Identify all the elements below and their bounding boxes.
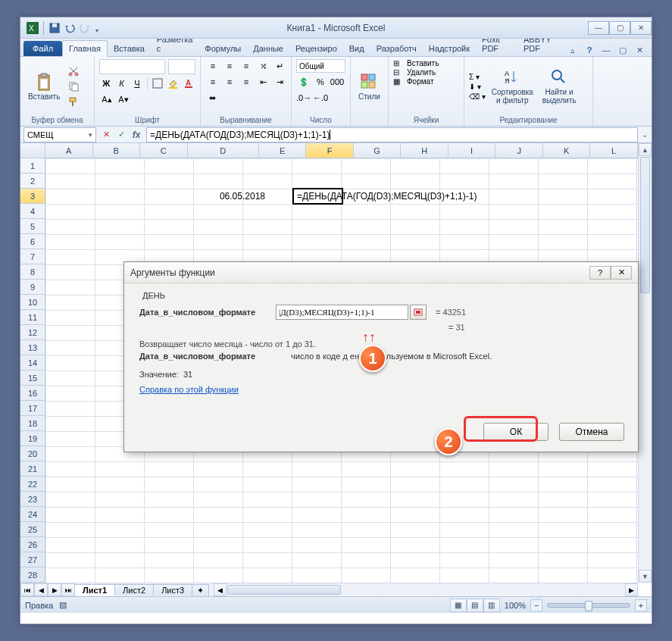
insert-function-icon[interactable]: fx [130,128,143,142]
zoom-value[interactable]: 100% [505,601,526,610]
sheet-tab-2[interactable]: Лист2 [114,584,154,596]
sheet-nav-next-icon[interactable]: ▶ [48,583,61,596]
zoom-in-icon[interactable]: + [635,599,647,611]
qat-dropdown-icon[interactable] [94,22,106,34]
function-help-link[interactable]: Справка по этой функции [139,385,239,394]
col-B[interactable]: B [93,143,141,158]
row-13[interactable]: 13 [20,340,45,355]
sheet-tab-1[interactable]: Лист1 [74,584,115,596]
namebox-dropdown-icon[interactable]: ▾ [89,131,92,139]
row-12[interactable]: 12 [20,325,45,340]
help-icon[interactable]: ? [583,44,595,56]
find-select-button[interactable]: Найти и выделить [539,67,580,106]
align-bottom-icon[interactable]: ≡ [239,59,254,73]
collapse-dialog-icon[interactable] [410,305,427,320]
horizontal-scrollbar[interactable]: ◀ ▶ [214,583,638,596]
fill-color-icon[interactable] [166,77,180,90]
insert-cells-icon[interactable]: ⊞ [393,59,405,67]
ribbon-minimize-icon[interactable]: ▵ [567,44,579,56]
tab-addins[interactable]: Надстройк [423,41,476,56]
row-2[interactable]: 2 [20,174,45,189]
row-26[interactable]: 26 [20,537,45,552]
expand-formula-bar-icon[interactable]: ⌄ [638,128,652,142]
shrink-font-icon[interactable]: A▾ [116,92,131,106]
formula-bar[interactable]: =ДЕНЬ(ДАТА(ГОД(D3);МЕСЯЦ(D3)+1;1)-1) [146,127,638,142]
zoom-knob[interactable] [585,601,592,611]
col-I[interactable]: I [449,143,496,158]
indent-decrease-icon[interactable]: ⇤ [255,75,270,89]
row-19[interactable]: 19 [20,431,45,446]
tab-data[interactable]: Данные [247,41,289,56]
number-format-combo[interactable]: Общий [296,59,345,73]
row-3[interactable]: 3 [20,189,45,204]
row-23[interactable]: 23 [20,492,45,507]
sheet-nav-last-icon[interactable]: ⏭ [61,583,75,596]
row-16[interactable]: 16 [20,386,45,401]
decrease-decimal-icon[interactable]: ←.0 [313,91,328,105]
row-14[interactable]: 14 [20,355,45,371]
row-8[interactable]: 8 [20,264,45,280]
row-24[interactable]: 24 [20,507,45,522]
autosum-icon[interactable]: Σ ▾ [469,73,480,81]
merge-center-icon[interactable]: ⬌ [205,91,220,105]
row-27[interactable]: 27 [20,552,45,568]
font-name-combo[interactable] [99,59,165,74]
col-A[interactable]: A [45,143,93,158]
font-size-combo[interactable] [168,59,195,74]
bold-button[interactable]: Ж [99,77,113,90]
indent-increase-icon[interactable]: ⇥ [272,75,287,89]
col-H[interactable]: H [401,143,449,158]
enter-formula-icon[interactable]: ✓ [114,128,128,142]
row-28[interactable]: 28 [20,568,45,583]
italic-button[interactable]: К [114,77,128,90]
row-21[interactable]: 21 [20,461,45,477]
row-18[interactable]: 18 [20,416,45,431]
select-all-button[interactable] [20,143,45,158]
styles-button[interactable]: Стили [355,71,383,102]
row-1[interactable]: 1 [20,158,45,174]
row-22[interactable]: 22 [20,477,45,492]
currency-icon[interactable]: 💲 [296,75,311,89]
row-7[interactable]: 7 [20,249,45,264]
maximize-button[interactable]: ▢ [609,21,630,35]
cancel-button[interactable]: Отмена [559,423,624,441]
ribbon-close-icon[interactable]: ✕ [633,44,645,56]
ribbon-restore-icon[interactable]: ▢ [617,44,629,56]
col-F[interactable]: F [306,143,354,158]
delete-cells-icon[interactable]: ⊟ [393,68,405,77]
name-box[interactable]: СМЕЩ▾ [23,127,96,142]
clear-icon[interactable]: ⌫ ▾ [469,92,486,101]
view-pagebreak-icon[interactable]: ▥ [483,599,500,612]
ok-button[interactable]: ОК [483,423,549,441]
col-K[interactable]: K [543,143,591,158]
arg-input[interactable] [276,305,408,320]
ribbon-min-window-icon[interactable]: — [600,44,612,56]
file-tab[interactable]: Файл [23,41,62,56]
align-right-icon[interactable]: ≡ [239,75,254,89]
v-scroll-thumb[interactable] [640,157,650,293]
cut-icon[interactable] [66,64,81,78]
sheet-nav-prev-icon[interactable]: ◀ [34,583,48,596]
scroll-right-icon[interactable]: ▶ [625,583,638,596]
tab-review[interactable]: Рецензиро [289,41,343,56]
cancel-formula-icon[interactable]: ✕ [99,128,113,142]
row-15[interactable]: 15 [20,371,45,386]
align-top-icon[interactable]: ≡ [205,59,220,73]
undo-icon[interactable] [64,22,76,34]
dialog-help-icon[interactable]: ? [589,266,611,280]
sheet-nav-first-icon[interactable]: ⏮ [20,583,34,596]
col-L[interactable]: L [590,143,638,158]
row-25[interactable]: 25 [20,522,45,537]
row-9[interactable]: 9 [20,280,45,295]
tab-developer[interactable]: Разработч [370,41,423,56]
percent-icon[interactable]: % [313,75,328,89]
orientation-icon[interactable]: ⤭ [255,59,270,73]
paste-button[interactable]: Вставить [25,71,63,102]
minimize-button[interactable]: — [588,21,609,35]
view-pagelayout-icon[interactable]: ▤ [467,599,483,612]
sheet-tab-3[interactable]: Лист3 [153,584,192,596]
vertical-scrollbar[interactable]: ▲ ▼ [638,143,652,583]
row-4[interactable]: 4 [20,204,45,219]
view-normal-icon[interactable]: ▦ [450,599,467,612]
row-17[interactable]: 17 [20,401,45,416]
